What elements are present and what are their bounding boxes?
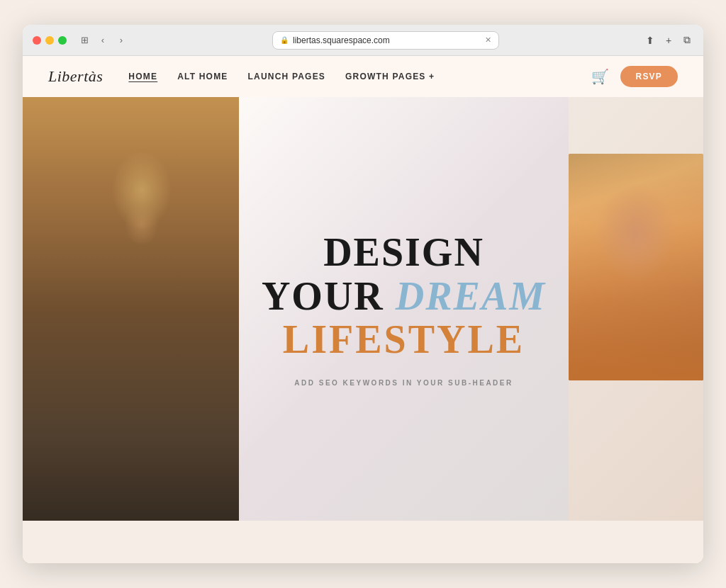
nav-alt-home[interactable]: ALT HOME	[177, 72, 228, 81]
right-hero-image	[569, 154, 703, 380]
headline-design: DESIGN	[262, 231, 546, 275]
browser-toolbar-icons: ⊞ ‹ ›	[78, 34, 128, 47]
headline-lifestyle: LIFESTYLE	[262, 318, 546, 362]
website: Libertàs HOME ALT HOME LAUNCH PAGES GROW…	[23, 56, 703, 563]
address-bar[interactable]: 🔒 libertas.squarespace.com ✕	[272, 31, 499, 50]
new-tab-icon[interactable]: +	[662, 34, 675, 47]
cart-icon[interactable]: 🛒	[591, 68, 609, 85]
site-nav: Libertàs HOME ALT HOME LAUNCH PAGES GROW…	[23, 56, 703, 97]
nav-home[interactable]: HOME	[128, 72, 157, 81]
left-image-overlay	[23, 97, 239, 521]
nav-links: HOME ALT HOME LAUNCH PAGES GROWTH PAGES …	[128, 72, 591, 81]
right-image-inner	[569, 154, 703, 380]
browser-actions: ⬆ + ⧉	[644, 34, 693, 47]
headline-your: YOUR	[262, 274, 396, 318]
site-footer-area	[23, 521, 703, 563]
nav-growth-pages[interactable]: GROWTH PAGES +	[345, 72, 435, 81]
lock-icon: 🔒	[280, 36, 289, 44]
maximize-button[interactable]	[58, 36, 67, 45]
nav-launch-pages[interactable]: LAUNCH PAGES	[248, 72, 326, 81]
headline-dream: DREAM	[396, 274, 546, 318]
clear-url-icon[interactable]: ✕	[485, 35, 491, 45]
back-icon[interactable]: ‹	[96, 34, 109, 47]
rsvp-button[interactable]: RSVP	[620, 66, 678, 87]
sidebar-toggle-icon[interactable]: ⊞	[78, 34, 91, 47]
minimize-button[interactable]	[45, 36, 54, 45]
hero-center: DESIGN YOUR DREAM LIFESTYLE ADD SEO KEYW…	[239, 97, 569, 521]
close-button[interactable]	[33, 36, 41, 45]
traffic-lights	[33, 36, 67, 45]
headline-your-dream: YOUR DREAM	[262, 275, 546, 319]
share-icon[interactable]: ⬆	[644, 34, 657, 47]
nav-right: 🛒 RSVP	[591, 66, 678, 87]
tab-overview-icon[interactable]: ⧉	[681, 34, 693, 47]
browser-window: ⊞ ‹ › 🔒 libertas.squarespace.com ✕ ⬆ + ⧉…	[23, 25, 703, 563]
left-hero-image	[23, 97, 239, 521]
site-logo[interactable]: Libertàs	[48, 67, 103, 86]
forward-icon[interactable]: ›	[115, 34, 128, 47]
url-text: libertas.squarespace.com	[293, 35, 390, 45]
hero-subheader: ADD SEO KEYWORDS IN YOUR SUB-HEADER	[294, 379, 513, 387]
hero-headline: DESIGN YOUR DREAM LIFESTYLE	[262, 231, 546, 362]
browser-chrome: ⊞ ‹ › 🔒 libertas.squarespace.com ✕ ⬆ + ⧉	[23, 25, 703, 56]
address-bar-container: 🔒 libertas.squarespace.com ✕	[135, 31, 637, 50]
hero-section: DESIGN YOUR DREAM LIFESTYLE ADD SEO KEYW…	[23, 97, 703, 521]
